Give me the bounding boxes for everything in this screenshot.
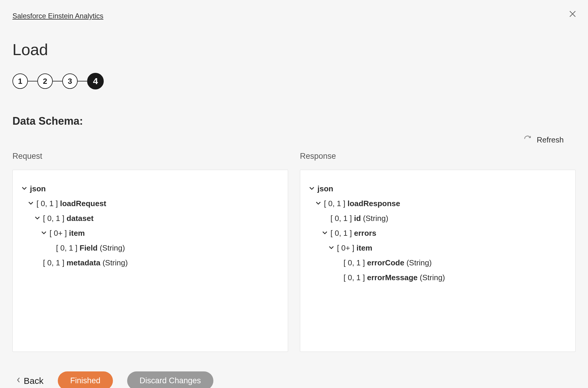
response-column: Response json[ 0, 1 ] loadResponse[ 0, 1… xyxy=(300,152,576,352)
tree-node: [ 0, 1 ] Field (String) xyxy=(21,241,279,255)
tree-node-text: json xyxy=(30,185,46,193)
section-title: Data Schema: xyxy=(12,115,576,127)
tree-node-text: [ 0, 1 ] errors xyxy=(330,229,376,237)
chevron-down-icon xyxy=(41,229,47,237)
response-header: Response xyxy=(300,152,576,161)
chevron-down-icon xyxy=(21,185,28,193)
tree-node: [ 0, 1 ] errorCode (String) xyxy=(309,255,567,270)
tree-node[interactable]: json xyxy=(21,181,279,196)
chevron-down-icon xyxy=(322,229,328,237)
step-4[interactable]: 4 xyxy=(87,73,104,89)
tree-node-text: [ 0, 1 ] loadRequest xyxy=(36,200,106,207)
step-connector xyxy=(28,81,37,81)
tree-node-text: [ 0, 1 ] metadata (String) xyxy=(43,259,128,267)
step-connector xyxy=(53,81,62,81)
chevron-down-icon xyxy=(34,214,41,222)
tree-node-text: json xyxy=(317,185,333,193)
finished-button[interactable]: Finished xyxy=(58,371,113,388)
discard-changes-button[interactable]: Discard Changes xyxy=(127,371,213,388)
tree-node-text: [ 0+ ] item xyxy=(337,244,372,252)
footer: Back Finished Discard Changes xyxy=(12,371,576,388)
step-1[interactable]: 1 xyxy=(12,73,28,89)
response-panel: json[ 0, 1 ] loadResponse[ 0, 1 ] id (St… xyxy=(300,170,576,352)
close-icon[interactable] xyxy=(568,9,577,20)
request-column: Request json[ 0, 1 ] loadRequest[ 0, 1 ]… xyxy=(12,152,288,352)
tree-node-text: [ 0, 1 ] loadResponse xyxy=(324,200,400,207)
chevron-left-icon xyxy=(17,377,21,384)
tree-node-text: [ 0, 1 ] Field (String) xyxy=(56,244,125,252)
tree-node-text: [ 0, 1 ] id (String) xyxy=(330,214,388,222)
refresh-icon xyxy=(524,135,531,145)
step-2[interactable]: 2 xyxy=(37,73,53,89)
step-3[interactable]: 3 xyxy=(62,73,78,89)
page-title: Load xyxy=(12,40,576,59)
tree-node: [ 0, 1 ] errorMessage (String) xyxy=(309,270,567,285)
tree-node-text: [ 0+ ] item xyxy=(49,229,85,237)
tree-node-text: [ 0, 1 ] dataset xyxy=(43,214,94,222)
tree-node[interactable]: json xyxy=(309,181,567,196)
tree-node[interactable]: [ 0, 1 ] errors xyxy=(309,226,567,241)
tree-node: [ 0, 1 ] id (String) xyxy=(309,211,567,226)
request-panel: json[ 0, 1 ] loadRequest[ 0, 1 ] dataset… xyxy=(12,170,288,352)
tree-node-text: [ 0, 1 ] errorMessage (String) xyxy=(343,274,445,281)
refresh-label: Refresh xyxy=(537,135,564,145)
chevron-down-icon xyxy=(328,244,335,252)
tree-node[interactable]: [ 0, 1 ] dataset xyxy=(21,211,279,226)
stepper: 1 2 3 4 xyxy=(12,73,576,89)
tree-node[interactable]: [ 0+ ] item xyxy=(21,226,279,241)
step-connector xyxy=(78,81,87,81)
tree-node[interactable]: [ 0, 1 ] loadResponse xyxy=(309,196,567,211)
breadcrumb[interactable]: Salesforce Einstein Analytics xyxy=(12,12,103,20)
refresh-button[interactable]: Refresh xyxy=(524,135,564,145)
chevron-down-icon xyxy=(28,200,34,207)
tree-node-text: [ 0, 1 ] errorCode (String) xyxy=(343,259,432,267)
tree-node[interactable]: [ 0+ ] item xyxy=(309,241,567,255)
back-button[interactable]: Back xyxy=(17,376,44,386)
chevron-down-icon xyxy=(315,200,322,207)
request-header: Request xyxy=(12,152,288,161)
tree-node: [ 0, 1 ] metadata (String) xyxy=(21,255,279,270)
back-label: Back xyxy=(24,376,44,386)
chevron-down-icon xyxy=(309,185,315,193)
tree-node[interactable]: [ 0, 1 ] loadRequest xyxy=(21,196,279,211)
